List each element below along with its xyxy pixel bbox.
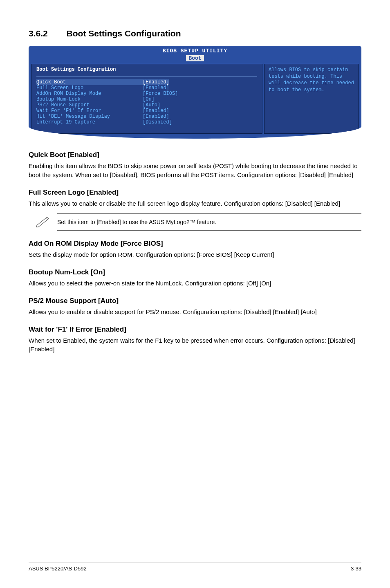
bios-help-text: Allows BIOS to skip certain tests while … (269, 67, 354, 93)
bios-value: [Enabled] (143, 79, 169, 85)
subsection-body: This allows you to enable or disable the… (29, 199, 361, 208)
bios-label: Bootup Num-Lock (36, 97, 143, 102)
bios-divider (36, 76, 257, 77)
subsection-heading: Add On ROM Display Mode [Force BIOS] (29, 240, 361, 248)
bios-row-quick-boot[interactable]: Quick Boot [Enabled] (36, 79, 257, 85)
footer-left: ASUS BP5220/AS-D592 (29, 566, 87, 572)
bios-value: [Disabled] (143, 119, 172, 125)
bios-value: [On] (143, 97, 155, 102)
subsection-body: Allows you to select the power-on state … (29, 279, 361, 288)
bios-value: [Enabled] (143, 114, 169, 119)
subsection-heading: Full Screen Logo [Enabled] (29, 189, 361, 197)
bios-label: Interrupt 19 Capture (36, 119, 143, 125)
subsection-body: Allows you to enable or disable support … (29, 307, 361, 316)
bios-label: AddOn ROM Display Mode (36, 91, 143, 97)
pencil-icon (29, 215, 57, 229)
bios-titlebar: BIOS SETUP UTILITY (29, 46, 361, 54)
note-text: Set this item to [Enabled] to use the AS… (57, 213, 361, 231)
bios-row-wait-f1[interactable]: Wait For 'F1' If Error [Enabled] (36, 108, 257, 114)
section-number: 3.6.2 (29, 29, 48, 38)
subsection-heading: Wait for 'F1' If Error [Enabled] (29, 325, 361, 334)
page-footer: ASUS BP5220/AS-D592 3-33 (29, 563, 361, 572)
bios-row-addon-rom[interactable]: AddOn ROM Display Mode [Force BIOS] (36, 91, 257, 97)
subsection-body: Sets the display mode for option ROM. Co… (29, 250, 361, 259)
bios-row-ps2-mouse[interactable]: PS/2 Mouse Support [Auto] (36, 102, 257, 108)
bios-value: [Auto] (143, 102, 160, 108)
bios-row-full-screen-logo[interactable]: Full Screen Logo [Enabled] (36, 85, 257, 91)
note-box: Set this item to [Enabled] to use the AS… (29, 213, 361, 231)
bios-title: BIOS SETUP UTILITY (163, 48, 227, 54)
subsection-heading: Bootup Num-Lock [On] (29, 268, 361, 276)
bios-label: PS/2 Mouse Support (36, 102, 143, 108)
subsection-heading: Quick Boot [Enabled] (29, 151, 361, 159)
bios-row-interrupt19[interactable]: Interrupt 19 Capture [Disabled] (36, 119, 257, 125)
bios-value: [Force BIOS] (143, 91, 178, 97)
bios-panel-header: Boot Settings Configuration (36, 67, 257, 74)
section-title: Boot Settings Configuration (67, 29, 181, 38)
bios-tab-boot[interactable]: Boot (186, 55, 204, 61)
footer-right: 3-33 (351, 566, 361, 572)
bios-settings-panel: Boot Settings Configuration Quick Boot [… (31, 64, 262, 134)
bios-label: Quick Boot (36, 79, 143, 85)
bios-help-panel: Allows BIOS to skip certain tests while … (264, 64, 359, 134)
bios-panel: BIOS SETUP UTILITY Boot Boot Settings Co… (29, 46, 361, 139)
bios-tabrow: Boot (29, 54, 361, 62)
section-heading: 3.6.2 Boot Settings Configuration (29, 29, 361, 38)
subsection-body: Enabling this item allows the BIOS to sk… (29, 162, 361, 180)
bios-value: [Enabled] (143, 85, 169, 91)
subsection-heading: PS/2 Mouse Support [Auto] (29, 297, 361, 305)
bios-label: Wait For 'F1' If Error (36, 108, 143, 114)
bios-label: Hit 'DEL' Message Display (36, 114, 143, 119)
bios-row-numlock[interactable]: Bootup Num-Lock [On] (36, 97, 257, 102)
bios-label: Full Screen Logo (36, 85, 143, 91)
subsection-body: When set to Enabled, the system waits fo… (29, 336, 361, 354)
bios-row-hit-del[interactable]: Hit 'DEL' Message Display [Enabled] (36, 114, 257, 119)
bios-value: [Enabled] (143, 108, 169, 114)
